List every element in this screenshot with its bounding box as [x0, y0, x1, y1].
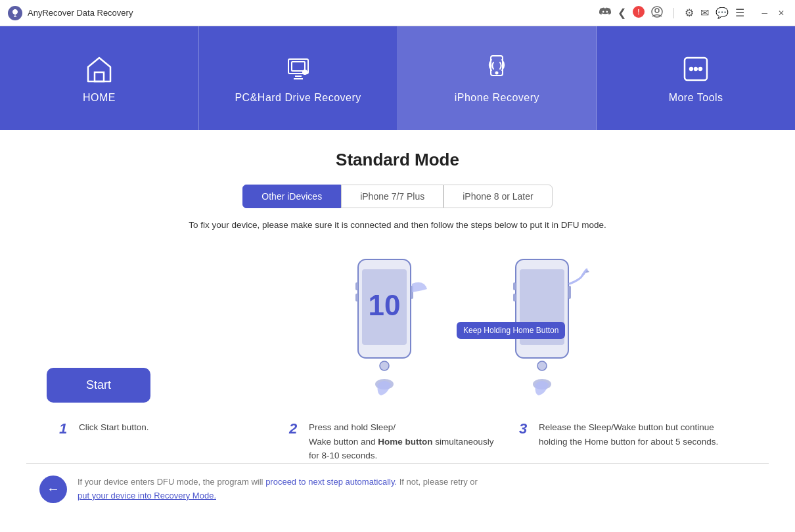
chat-icon[interactable]: 💬 [716, 7, 729, 19]
svg-text:!: ! [638, 9, 640, 16]
svg-rect-4 [95, 72, 104, 81]
svg-rect-6 [292, 62, 305, 71]
nav-pc-recovery[interactable]: PC&Hard Drive Recovery [199, 26, 398, 130]
svg-rect-27 [513, 294, 516, 301]
settings-icon[interactable]: ⚙ [685, 7, 694, 19]
title-bar: AnyRecover Data Recovery ❮ ! ⚙ ✉ 💬 ☰ [0, 0, 795, 26]
svg-point-13 [699, 68, 702, 70]
phone-illustration-2: Keep Holding Home Button [496, 256, 601, 407]
app-title: AnyRecover Data Recovery [28, 8, 599, 18]
window-controls: ─ ✕ [759, 9, 787, 18]
tab-iphone77plus[interactable]: iPhone 7/7 Plus [341, 185, 443, 208]
svg-point-12 [694, 68, 697, 70]
phones-area: 10 Keep Holding Home Button [171, 250, 769, 407]
nav-more-tools[interactable]: More Tools [597, 26, 795, 130]
phone-illustration-1: 10 [338, 256, 443, 407]
svg-point-24 [537, 361, 547, 370]
step-item-1: 1 Click Start button. [53, 420, 283, 463]
svg-rect-26 [513, 282, 516, 290]
mode-title: Standard Mode [26, 150, 769, 170]
nav-bar: HOME PC&Hard Drive Recovery iPhone Recov… [0, 26, 795, 130]
main-content: Standard Mode Other iDevices iPhone 7/7 … [0, 130, 795, 532]
nav-home[interactable]: HOME [0, 26, 199, 130]
bottom-blue-word: proceed to next step automatically. [265, 477, 397, 487]
separator [673, 8, 674, 18]
svg-point-7 [303, 70, 307, 74]
step-number-2: 2 [289, 420, 302, 437]
svg-point-3 [655, 9, 659, 12]
tabs-row: Other iDevices iPhone 7/7 Plus iPhone 8 … [26, 185, 769, 208]
bottom-text-before: If your device enters DFU mode, the prog… [78, 477, 263, 487]
svg-text:10: 10 [369, 289, 401, 321]
nav-iphone-label: iPhone Recovery [455, 92, 539, 104]
steps-text-area: 1 Click Start button. 2 Press and hold S… [26, 420, 769, 463]
step-number-1: 1 [59, 420, 72, 437]
svg-rect-19 [355, 282, 358, 290]
svg-rect-25 [568, 286, 571, 299]
titlebar-icons: ❮ ! ⚙ ✉ 💬 ☰ ─ ✕ [599, 6, 787, 20]
minimize-button[interactable]: ─ [759, 9, 770, 18]
step-text-2: Press and hold Sleep/Wake button and Hom… [309, 420, 506, 463]
bottom-text-after: If not, please retry or [399, 477, 478, 487]
tab-iphone8later[interactable]: iPhone 8 or Later [443, 185, 552, 208]
svg-point-17 [380, 361, 389, 370]
bottom-text: If your device enters DFU mode, the prog… [78, 476, 478, 503]
nav-home-label: HOME [83, 92, 116, 104]
mail-icon[interactable]: ✉ [700, 7, 709, 19]
svg-rect-20 [355, 294, 358, 301]
share-icon[interactable]: ❮ [618, 7, 626, 19]
left-panel: Start [26, 250, 171, 403]
step-number-3: 3 [519, 420, 532, 437]
shop-icon[interactable]: ! [633, 6, 645, 20]
nav-pc-label: PC&Hard Drive Recovery [235, 92, 361, 104]
svg-point-11 [690, 68, 693, 70]
tab-other-idevices[interactable]: Other iDevices [242, 185, 341, 208]
step-text-3: Release the Sleep/Wake button but contin… [539, 420, 736, 449]
step-item-2: 2 Press and hold Sleep/Wake button and H… [283, 420, 512, 463]
bottom-bar: ← If your device enters DFU mode, the pr… [26, 463, 769, 515]
recovery-mode-link[interactable]: put your device into Recovery Mode. [78, 491, 216, 500]
svg-point-9 [496, 72, 498, 74]
back-button[interactable]: ← [39, 476, 67, 503]
close-button[interactable]: ✕ [775, 9, 787, 18]
app-logo [8, 6, 22, 20]
tooltip-bubble: Keep Holding Home Button [457, 322, 565, 339]
account-icon[interactable] [651, 6, 663, 20]
step-text-1: Click Start button. [79, 420, 149, 435]
nav-more-tools-label: More Tools [669, 92, 723, 104]
start-button[interactable]: Start [47, 368, 150, 403]
step-item-3: 3 Release the Sleep/Wake button but cont… [512, 420, 742, 463]
nav-iphone-recovery[interactable]: iPhone Recovery [398, 26, 597, 130]
instructions-text: To fix your device, please make sure it … [26, 220, 769, 230]
discord-icon[interactable] [599, 7, 611, 19]
menu-icon[interactable]: ☰ [735, 7, 744, 19]
steps-area: Start 10 [26, 250, 769, 407]
